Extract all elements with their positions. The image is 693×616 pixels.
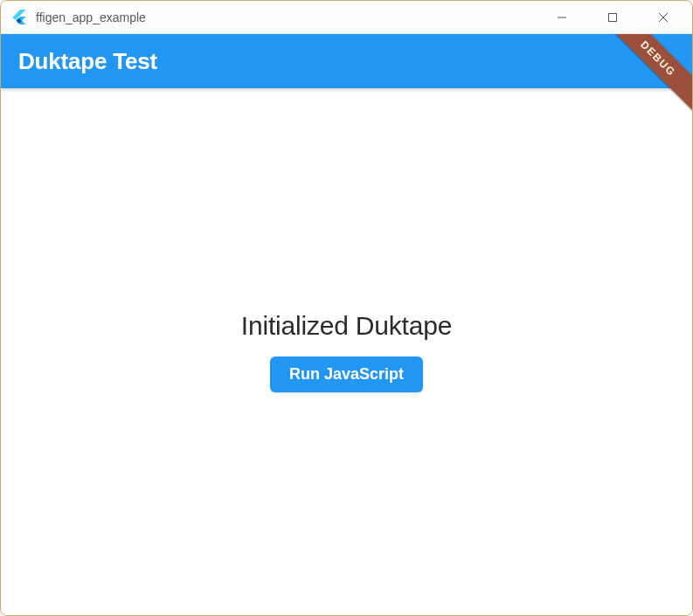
main-content: Initialized Duktape Run JavaScript — [1, 88, 692, 615]
window-title: ffigen_app_example — [36, 10, 146, 24]
app-bar-title: Duktape Test — [18, 48, 157, 75]
minimize-button[interactable] — [537, 1, 587, 33]
app-window: ffigen_app_example Duktape Test DEBUG In… — [0, 0, 693, 616]
app-bar: Duktape Test — [1, 34, 692, 88]
window-controls — [537, 1, 689, 33]
window-titlebar: ffigen_app_example — [1, 1, 692, 34]
svg-rect-1 — [609, 13, 617, 21]
close-button[interactable] — [638, 1, 689, 33]
maximize-button[interactable] — [587, 1, 638, 33]
status-text: Initialized Duktape — [241, 311, 452, 341]
flutter-icon — [11, 10, 27, 25]
run-javascript-button[interactable]: Run JavaScript — [270, 356, 423, 392]
